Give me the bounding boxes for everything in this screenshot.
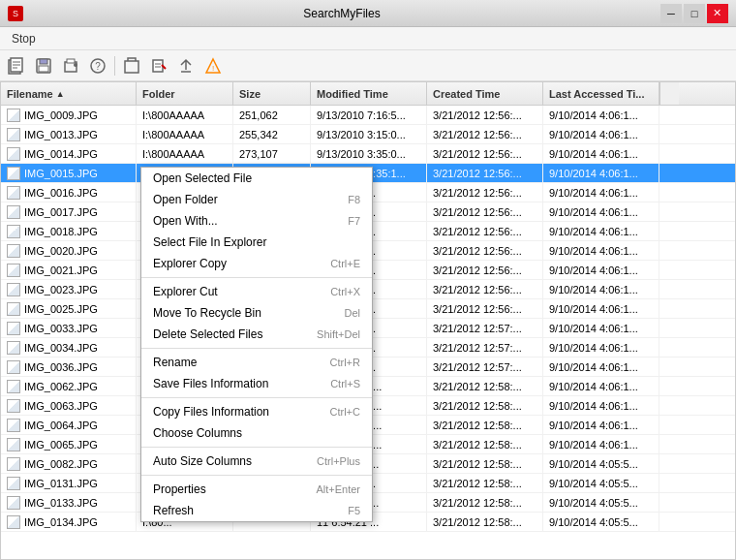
- context-menu-item[interactable]: Choose Columns: [141, 422, 372, 444]
- cell-accessed: 9/10/2014 4:06:1...: [543, 222, 659, 240]
- cell-filename: IMG_0082.JPG: [1, 454, 137, 473]
- minimize-button[interactable]: ─: [660, 4, 682, 23]
- context-menu-item[interactable]: Open FolderF8: [141, 189, 372, 210]
- toolbar-btn-5[interactable]: [119, 53, 144, 78]
- cell-modified: 9/13/2010 7:16:5...: [311, 106, 427, 124]
- table-row[interactable]: IMG_0014.JPG I:\800AAAAA 273,107 9/13/20…: [1, 144, 735, 164]
- cell-accessed: 9/10/2014 4:06:1...: [543, 164, 659, 182]
- svg-rect-13: [125, 61, 138, 73]
- cell-accessed: 9/10/2014 4:06:1...: [543, 183, 659, 202]
- cell-filename: IMG_0062.JPG: [1, 377, 137, 395]
- file-icon: [7, 205, 20, 219]
- context-menu-item[interactable]: Auto Size ColumnsCtrl+Plus: [141, 451, 372, 472]
- window-controls: ─ □ ✕: [660, 4, 728, 23]
- context-menu-item[interactable]: PropertiesAlt+Enter: [141, 479, 372, 500]
- context-menu-item[interactable]: Delete Selected FilesShift+Del: [141, 324, 372, 345]
- cell-size: 251,062: [233, 106, 311, 124]
- col-filename[interactable]: Filename ▲: [1, 82, 137, 105]
- table-row[interactable]: IMG_0013.JPG I:\800AAAAA 255,342 9/13/20…: [1, 125, 735, 144]
- file-icon: [7, 496, 20, 510]
- cell-filename: IMG_0063.JPG: [1, 396, 137, 415]
- ctx-item-shortcut: F5: [348, 505, 360, 516]
- cell-filename: IMG_0023.JPG: [1, 280, 137, 298]
- file-icon: [7, 322, 20, 335]
- table-row[interactable]: IMG_0009.JPG I:\800AAAAA 251,062 9/13/20…: [1, 106, 735, 125]
- cell-filename: IMG_0021.JPG: [1, 261, 137, 279]
- context-menu-item[interactable]: Open Selected File: [141, 168, 372, 189]
- file-icon: [7, 167, 20, 180]
- ctx-item-shortcut: Ctrl+C: [330, 406, 360, 418]
- cell-filename: IMG_0134.JPG: [1, 513, 137, 531]
- cell-accessed: 9/10/2014 4:06:1...: [543, 144, 659, 163]
- col-created[interactable]: Created Time: [427, 82, 543, 105]
- col-size[interactable]: Size: [233, 82, 311, 105]
- file-icon: [7, 515, 20, 529]
- cell-created: 3/21/2012 12:58:...: [427, 435, 543, 453]
- cell-created: 3/21/2012 12:58:...: [427, 396, 543, 415]
- toolbar-btn-7[interactable]: [173, 53, 199, 78]
- context-menu-item[interactable]: RenameCtrl+R: [141, 352, 372, 373]
- cell-created: 3/21/2012 12:56:...: [427, 241, 543, 260]
- toolbar-separator-1: [114, 56, 115, 76]
- title-bar: S SearchMyFiles ─ □ ✕: [0, 0, 736, 27]
- toolbar-btn-2[interactable]: [31, 53, 56, 78]
- context-menu-item[interactable]: Move To Recycle BinDel: [141, 302, 372, 324]
- file-icon: [7, 477, 20, 490]
- file-icon: [7, 419, 20, 432]
- close-button[interactable]: ✕: [707, 4, 728, 23]
- toolbar-btn-4[interactable]: ?: [85, 53, 110, 78]
- menu-stop[interactable]: Stop: [6, 30, 42, 47]
- cell-folder: I:\800AAAAA: [137, 125, 233, 143]
- col-modified[interactable]: Modified Time: [311, 82, 427, 105]
- ctx-item-label: Open With...: [153, 214, 218, 228]
- cell-accessed: 9/10/2014 4:06:1...: [543, 435, 659, 453]
- cell-accessed: 9/10/2014 4:05:5...: [543, 474, 659, 492]
- window-title: SearchMyFiles: [303, 7, 380, 20]
- ctx-item-label: Explorer Copy: [153, 257, 227, 270]
- ctx-item-shortcut: Ctrl+R: [330, 357, 360, 368]
- context-menu-item[interactable]: Open With...F7: [141, 210, 372, 232]
- cell-filename: IMG_0065.JPG: [1, 435, 137, 453]
- cell-created: 3/21/2012 12:58:...: [427, 454, 543, 473]
- file-icon: [7, 399, 20, 413]
- cell-filename: IMG_0064.JPG: [1, 416, 137, 434]
- context-menu-separator: [141, 475, 372, 476]
- toolbar-btn-8[interactable]: !: [200, 53, 226, 78]
- file-icon: [7, 147, 20, 161]
- context-menu-item[interactable]: Explorer CopyCtrl+E: [141, 253, 372, 274]
- col-folder[interactable]: Folder: [137, 82, 233, 105]
- toolbar-btn-1[interactable]: [4, 53, 29, 78]
- cell-modified: 9/13/2010 3:35:0...: [311, 144, 427, 163]
- cell-filename: IMG_0014.JPG: [1, 144, 137, 163]
- context-menu-item[interactable]: Copy Files InformationCtrl+C: [141, 401, 372, 422]
- cell-created: 3/21/2012 12:56:...: [427, 106, 543, 124]
- file-icon: [7, 264, 20, 277]
- ctx-item-label: Refresh: [153, 504, 194, 517]
- context-menu-item[interactable]: RefreshF5: [141, 500, 372, 521]
- cell-created: 3/21/2012 12:57:...: [427, 338, 543, 357]
- cell-created: 3/21/2012 12:56:...: [427, 183, 543, 202]
- cell-folder: I:\800AAAAA: [137, 106, 233, 124]
- context-menu-item[interactable]: Explorer CutCtrl+X: [141, 281, 372, 302]
- file-icon: [7, 244, 20, 258]
- maximize-button[interactable]: □: [684, 4, 705, 23]
- cell-created: 3/21/2012 12:57:...: [427, 358, 543, 376]
- toolbar-btn-3[interactable]: [58, 53, 83, 78]
- menu-bar: Stop: [0, 27, 736, 50]
- toolbar-btn-6[interactable]: [146, 53, 171, 78]
- col-accessed[interactable]: Last Accessed Ti...: [543, 82, 659, 105]
- cell-filename: IMG_0016.JPG: [1, 183, 137, 202]
- cell-size: 273,107: [233, 144, 311, 163]
- file-icon: [7, 380, 20, 393]
- file-icon: [7, 109, 20, 122]
- ctx-item-shortcut: F7: [348, 215, 360, 227]
- sort-icon: ▲: [56, 89, 65, 99]
- ctx-item-label: Copy Files Information: [153, 405, 269, 419]
- file-list-header: Filename ▲ Folder Size Modified Time Cre…: [1, 82, 735, 106]
- cell-created: 3/21/2012 12:58:...: [427, 493, 543, 512]
- cell-created: 3/21/2012 12:58:...: [427, 377, 543, 395]
- context-menu-item[interactable]: Select File In Explorer: [141, 232, 372, 253]
- cell-accessed: 9/10/2014 4:06:1...: [543, 377, 659, 395]
- context-menu-item[interactable]: Save Files InformationCtrl+S: [141, 373, 372, 394]
- ctx-item-label: Properties: [153, 482, 206, 496]
